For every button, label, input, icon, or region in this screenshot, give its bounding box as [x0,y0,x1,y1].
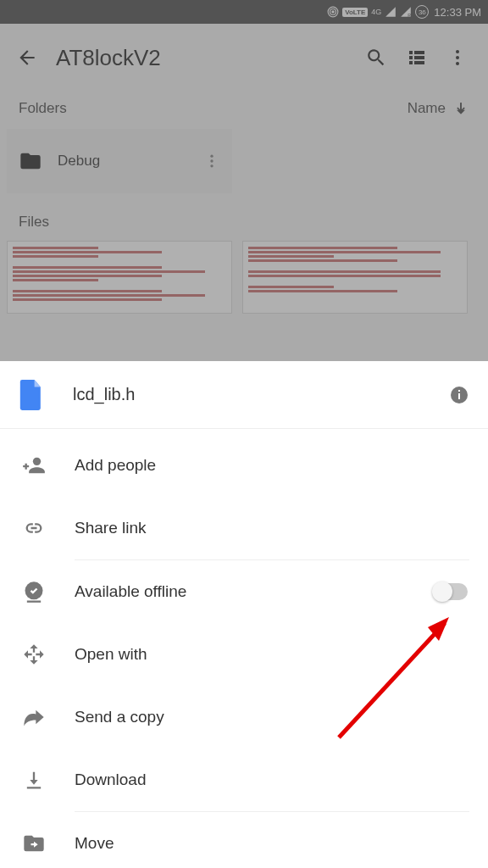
open-with-label: Open with [75,645,468,664]
svg-rect-4 [409,51,413,54]
move-label: Move [75,834,468,853]
available-offline-label: Available offline [75,582,434,601]
back-button[interactable] [10,41,44,75]
svg-point-0 [332,11,334,13]
add-people-label: Add people [75,456,468,475]
sheet-filename: lcd_lib.h [73,385,449,404]
svg-point-19 [33,458,41,465]
svg-point-12 [456,62,459,65]
battery-icon: 36 [415,5,429,19]
move-icon [20,832,47,855]
send-copy-label: Send a copy [75,708,468,726]
app-bar: AT8lockV2 [0,24,488,92]
folder-name: Debug [58,153,100,170]
status-bar: VoLTE 4G R 36 12:33 PM [0,0,488,24]
download-item[interactable]: Download [0,748,488,811]
svg-point-14 [210,159,213,162]
sheet-menu-list: Add people Share link Available offline … [0,429,488,868]
link-icon [20,516,47,540]
signal-icon-2: R [400,6,412,18]
offline-icon [20,580,47,604]
svg-rect-21 [27,601,41,603]
open-with-item[interactable]: Open with [0,623,488,686]
files-label: Files [0,193,488,241]
svg-rect-7 [414,56,424,59]
svg-rect-17 [458,393,460,399]
file-thumbnails [0,241,488,314]
overflow-menu-button[interactable] [437,37,478,78]
download-label: Download [75,771,468,789]
send-icon [20,705,47,729]
svg-rect-18 [458,390,460,392]
search-button[interactable] [356,37,396,78]
sort-direction-icon[interactable] [452,100,469,117]
svg-point-10 [456,50,459,53]
svg-rect-9 [414,61,424,64]
add-people-icon [20,453,47,477]
file-thumbnail-1[interactable] [7,241,232,314]
volte-badge: VoLTE [342,8,368,17]
svg-rect-8 [409,61,413,64]
folders-header-row: Folders Name [0,92,488,125]
clock: 12:33 PM [434,6,481,19]
svg-point-15 [210,164,213,167]
sheet-header: lcd_lib.h [0,361,488,429]
share-link-item[interactable]: Share link [0,497,488,559]
bottom-sheet: lcd_lib.h Add people Share link Availabl… [0,361,488,868]
folder-item-debug[interactable]: Debug [7,129,232,193]
move-item[interactable]: Move [0,812,488,868]
open-with-icon [20,643,47,666]
info-button[interactable] [449,385,469,405]
network-type: 4G [371,8,381,16]
folder-menu-button[interactable] [203,153,220,170]
svg-rect-5 [414,51,424,54]
svg-text:R: R [408,13,412,18]
signal-icon-1 [385,6,396,18]
folder-icon [19,149,42,173]
share-link-label: Share link [75,519,468,537]
svg-point-13 [210,155,213,158]
background-content: AT8lockV2 Folders Name Debug Files [0,24,488,361]
svg-point-11 [456,56,459,59]
hotspot-icon [327,6,339,18]
file-thumbnail-2[interactable] [242,241,468,314]
available-offline-item[interactable]: Available offline [0,560,488,623]
page-title: AT8lockV2 [56,45,356,71]
file-icon [19,380,44,410]
offline-toggle[interactable] [434,583,468,600]
add-people-item[interactable]: Add people [0,434,488,497]
folders-label: Folders [19,100,67,117]
sort-button[interactable]: Name [408,100,446,117]
download-icon [20,768,47,792]
svg-rect-6 [409,56,413,59]
view-toggle-button[interactable] [396,37,437,78]
send-copy-item[interactable]: Send a copy [0,686,488,748]
